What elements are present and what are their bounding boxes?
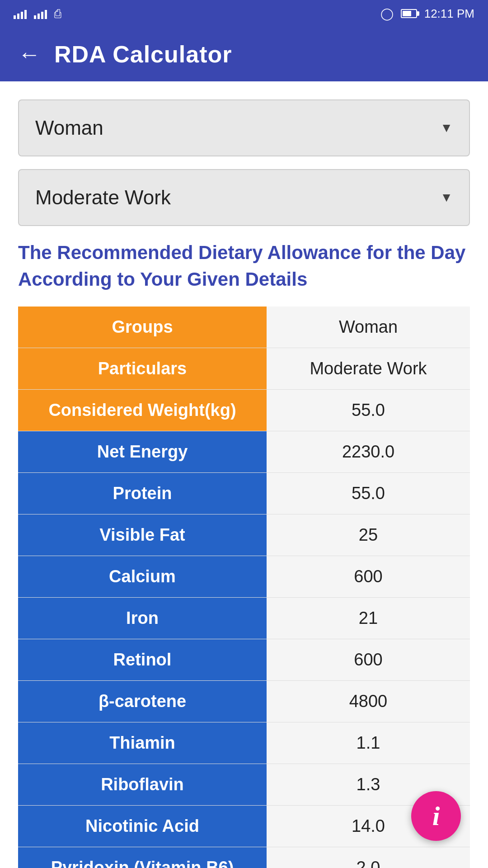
signal-icon [14,8,27,19]
table-row: ParticularsModerate Work [18,348,470,389]
activity-dropdown[interactable]: Moderate Work ▼ [18,169,470,226]
table-cell-label: Calcium [18,556,267,597]
rda-description: The Recommended Dietary Allowance for th… [18,240,470,293]
table-row: Riboflavin1.3 [18,764,470,805]
battery-icon [401,9,417,18]
signal-icon-2 [34,8,47,19]
table-cell-value: 2230.0 [267,431,470,472]
chevron-down-icon-2: ▼ [440,190,453,205]
table-cell-value: 1.1 [267,722,470,764]
usb-icon: ⎙ [54,7,61,21]
table-row: Pyridoxin (Vitamin B6)2.0 [18,847,470,868]
app-title: RDA Calculator [54,41,232,68]
info-button[interactable]: i [411,791,461,841]
time-display: 12:11 PM [424,7,474,21]
table-cell-value: 25 [267,514,470,556]
table-row: Nicotinic Acid14.0 [18,805,470,847]
chevron-down-icon: ▼ [440,121,453,135]
table-cell-value: 21 [267,597,470,639]
alarm-icon: ◯ [380,7,394,21]
table-cell-value: 600 [267,556,470,597]
table-cell-value: 55.0 [267,389,470,431]
table-row: Protein55.0 [18,472,470,514]
app-bar: ← RDA Calculator [0,27,488,81]
table-cell-label: Iron [18,597,267,639]
gender-dropdown-value: Woman [35,117,103,139]
table-cell-value: 4800 [267,680,470,722]
table-row: Net Energy2230.0 [18,431,470,472]
table-cell-label: Groups [18,307,267,348]
rda-table: GroupsWomanParticularsModerate WorkConsi… [18,307,470,868]
table-cell-label: Particulars [18,348,267,389]
info-icon: i [432,801,440,832]
table-cell-value: 600 [267,639,470,680]
table-cell-label: Net Energy [18,431,267,472]
table-cell-value: 2.0 [267,847,470,868]
status-bar: ⎙ ◯ 12:11 PM [0,0,488,27]
table-cell-label: β-carotene [18,680,267,722]
table-row: Iron21 [18,597,470,639]
table-row: Visible Fat25 [18,514,470,556]
table-cell-label: Thiamin [18,722,267,764]
gender-dropdown[interactable]: Woman ▼ [18,99,470,156]
activity-dropdown-value: Moderate Work [35,186,171,209]
table-row: Calcium600 [18,556,470,597]
status-left: ⎙ [14,7,61,21]
table-row: Retinol600 [18,639,470,680]
table-cell-label: Pyridoxin (Vitamin B6) [18,847,267,868]
back-button[interactable]: ← [18,43,41,66]
table-cell-label: Considered Weight(kg) [18,389,267,431]
table-cell-value: Woman [267,307,470,348]
table-cell-label: Protein [18,472,267,514]
table-cell-label: Riboflavin [18,764,267,805]
table-cell-label: Nicotinic Acid [18,805,267,847]
status-right: ◯ 12:11 PM [380,7,474,21]
table-row: β-carotene4800 [18,680,470,722]
table-cell-value: 55.0 [267,472,470,514]
table-row: Considered Weight(kg)55.0 [18,389,470,431]
table-cell-label: Retinol [18,639,267,680]
table-row: GroupsWoman [18,307,470,348]
main-content: Woman ▼ Moderate Work ▼ The Recommended … [0,81,488,868]
table-cell-label: Visible Fat [18,514,267,556]
table-row: Thiamin1.1 [18,722,470,764]
table-cell-value: Moderate Work [267,348,470,389]
